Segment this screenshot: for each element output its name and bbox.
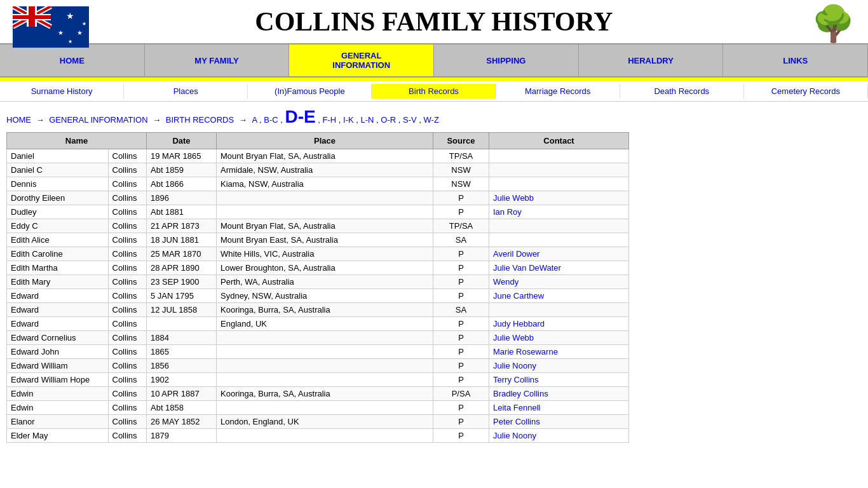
cell-source: NSW <box>433 177 489 191</box>
breadcrumb-ik[interactable]: I-K <box>343 115 356 125</box>
contact-link[interactable]: Marie Rosewarne <box>493 347 558 356</box>
subnav-birth-records[interactable]: Birth Records <box>372 84 496 98</box>
cell-date <box>147 317 217 331</box>
breadcrumb-bc[interactable]: B-C <box>264 115 280 125</box>
contact-link[interactable]: Julie Van DeWater <box>493 263 561 273</box>
subnav-infamous-people[interactable]: (In)Famous People <box>248 84 372 98</box>
contact-link[interactable]: Judy Hebbard <box>493 319 545 329</box>
cell-date: 1902 <box>147 373 217 387</box>
cell-place: Armidale, NSW, Australia <box>217 163 433 177</box>
table-row: Edward JohnCollins1865PMarie Rosewarne <box>7 345 629 359</box>
cell-source: SA <box>433 233 489 247</box>
cell-source: P <box>433 275 489 289</box>
cell-source: P <box>433 429 489 443</box>
cell-date: 5 JAN 1795 <box>147 289 217 303</box>
cell-surname: Collins <box>108 387 147 401</box>
cell-contact: Ian Roy <box>489 205 629 219</box>
subnav-cemetery-records[interactable]: Cemetery Records <box>744 84 868 98</box>
svg-text:★: ★ <box>58 29 64 36</box>
breadcrumb-fh[interactable]: F-H <box>323 115 339 125</box>
subnav-marriage-records[interactable]: Marriage Records <box>496 84 620 98</box>
contact-link[interactable]: Terry Collins <box>493 375 539 384</box>
breadcrumb-ln[interactable]: L-N <box>361 115 377 125</box>
cell-contact: Julie Webb <box>489 191 629 205</box>
cell-place: Kiama, NSW, Australia <box>217 177 433 191</box>
contact-link[interactable]: Leita Fennell <box>493 403 540 412</box>
contact-link[interactable]: June Carthew <box>493 291 544 301</box>
cell-place: Mount Bryan Flat, SA, Australia <box>217 149 433 163</box>
table-row: Edith MarthaCollins28 APR 1890Lower Brou… <box>7 261 629 275</box>
cell-firstname: Edward John <box>7 345 109 359</box>
breadcrumb-or[interactable]: O-R <box>381 115 398 125</box>
cell-surname: Collins <box>108 303 147 317</box>
nav-heraldry[interactable]: HERALDRY <box>579 44 724 76</box>
breadcrumb-birth[interactable]: BIRTH RECORDS <box>166 115 234 125</box>
cell-contact: Peter Collins <box>489 415 629 429</box>
contact-link[interactable]: Julie Noony <box>493 431 536 440</box>
breadcrumb-sv[interactable]: S-V <box>403 115 419 125</box>
cell-date: Abt 1866 <box>147 177 217 191</box>
cell-contact: Terry Collins <box>489 373 629 387</box>
subnav-places[interactable]: Places <box>124 84 248 98</box>
cell-date: 21 APR 1873 <box>147 219 217 233</box>
cell-surname: Collins <box>108 247 147 261</box>
contact-link[interactable]: Bradley Collins <box>493 389 548 398</box>
cell-date: Abt 1881 <box>147 205 217 219</box>
cell-contact <box>489 163 629 177</box>
cell-firstname: Daniel C <box>7 163 109 177</box>
cell-contact: Judy Hebbard <box>489 317 629 331</box>
cell-surname: Collins <box>108 233 147 247</box>
cell-firstname: Edwin <box>7 387 109 401</box>
cell-surname: Collins <box>108 415 147 429</box>
contact-link[interactable]: Ian Roy <box>493 207 522 217</box>
cell-source: P <box>433 415 489 429</box>
cell-contact: Leita Fennell <box>489 401 629 415</box>
cell-contact: Wendy <box>489 275 629 289</box>
cell-surname: Collins <box>108 359 147 373</box>
cell-place: London, England, UK <box>217 415 433 429</box>
contact-link[interactable]: Julie Webb <box>493 333 534 342</box>
subnav-surname-history[interactable]: Surname History <box>0 84 124 98</box>
col-contact: Contact <box>489 133 629 149</box>
table-row: Dorothy EileenCollins1896PJulie Webb <box>7 191 629 205</box>
cell-date: Abt 1858 <box>147 401 217 415</box>
breadcrumb-home[interactable]: HOME <box>6 115 31 125</box>
nav-links[interactable]: LINKS <box>723 44 868 76</box>
subnav-death-records[interactable]: Death Records <box>620 84 744 98</box>
cell-source: P <box>433 247 489 261</box>
cell-source: P <box>433 205 489 219</box>
svg-rect-9 <box>13 15 51 19</box>
cell-date: 1896 <box>147 191 217 205</box>
svg-text:★: ★ <box>66 11 74 21</box>
contact-link[interactable]: Peter Collins <box>493 417 540 426</box>
nav-home[interactable]: HOME <box>0 44 145 76</box>
cell-place <box>217 401 433 415</box>
breadcrumb-a[interactable]: A <box>252 115 259 125</box>
cell-surname: Collins <box>108 289 147 303</box>
contact-link[interactable]: Julie Noony <box>493 361 536 370</box>
contact-link[interactable]: Julie Webb <box>493 193 534 203</box>
cell-place: Mount Bryan Flat, SA, Australia <box>217 219 433 233</box>
cell-firstname: Elder May <box>7 429 109 443</box>
cell-surname: Collins <box>108 331 147 345</box>
cell-firstname: Edward <box>7 289 109 303</box>
nav-shipping[interactable]: SHIPPING <box>434 44 579 76</box>
breadcrumb-wz[interactable]: W-Z <box>424 115 439 125</box>
cell-contact: June Carthew <box>489 289 629 303</box>
nav-my-family[interactable]: MY FAMILY <box>145 44 290 76</box>
cell-place <box>217 359 433 373</box>
table-row: Edith CarolineCollins25 MAR 1870White Hi… <box>7 247 629 261</box>
cell-surname: Collins <box>108 401 147 415</box>
contact-link[interactable]: Wendy <box>493 277 519 287</box>
contact-link[interactable]: Averil Dower <box>493 249 539 259</box>
nav-general-information[interactable]: GENERALINFORMATION <box>289 44 434 76</box>
cell-source: P <box>433 289 489 303</box>
cell-surname: Collins <box>108 205 147 219</box>
breadcrumb-de[interactable]: D-E <box>285 107 315 126</box>
cell-firstname: Eddy C <box>7 219 109 233</box>
breadcrumb-general[interactable]: GENERAL INFORMATION <box>49 115 147 125</box>
cell-contact: Julie Noony <box>489 429 629 443</box>
table-row: Edith AliceCollins18 JUN 1881Mount Bryan… <box>7 233 629 247</box>
table-container: Name Date Place Source Contact DanielCol… <box>0 132 868 456</box>
cell-source: P <box>433 373 489 387</box>
